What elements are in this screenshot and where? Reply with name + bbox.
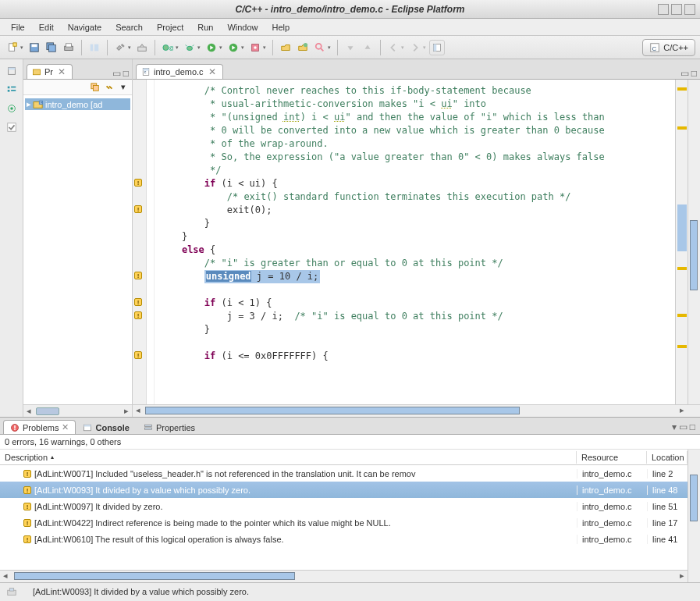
expand-icon[interactable]: ▸ [27, 99, 31, 109]
editor-vscroll[interactable] [688, 80, 700, 404]
close-button[interactable] [684, 4, 695, 15]
code-line[interactable]: * So, the expression ("a value greater t… [159, 151, 675, 164]
problem-row[interactable]: ![AdLint:W0093] It divided by a value wh… [0, 482, 688, 498]
menu-file[interactable]: File [5, 21, 31, 34]
forward-dropdown[interactable]: ▾ [423, 44, 426, 51]
menu-edit[interactable]: Edit [33, 21, 60, 34]
menu-navigate[interactable]: Navigate [62, 21, 108, 34]
open-task-button[interactable] [295, 40, 311, 55]
perspective-switcher[interactable]: C C/C++ [642, 39, 695, 56]
tasks-view-icon[interactable] [5, 120, 19, 134]
warning-marker[interactable]: ! [134, 350, 144, 359]
editor-hscroll[interactable]: ◂ ▸ [133, 404, 700, 417]
build-dropdown[interactable]: ▾ [128, 44, 131, 51]
menu-search[interactable]: Search [109, 21, 149, 34]
search-button[interactable] [312, 40, 328, 55]
project-tree[interactable]: ▸ C intro_demo [ad [23, 95, 132, 404]
forward-button[interactable] [407, 40, 423, 55]
menu-window[interactable]: Window [221, 21, 264, 34]
warning-marker[interactable]: ! [134, 297, 144, 306]
problem-row[interactable]: ![AdLint:W0097] It divided by zero.intro… [0, 498, 688, 514]
code-line[interactable]: j = 3 / i; /* "i" is equal to 0 at this … [159, 310, 675, 323]
run-button[interactable] [204, 40, 219, 55]
warning-marker[interactable]: ! [134, 310, 144, 319]
code-line[interactable]: } [159, 323, 675, 336]
build-all-button[interactable] [134, 40, 150, 55]
save-all-button[interactable] [44, 40, 59, 55]
save-button[interactable] [27, 40, 42, 55]
code-line[interactable]: else { [159, 244, 675, 257]
code-line[interactable]: * "(unsigned int) i < ui" and then the v… [159, 111, 675, 124]
code-line[interactable]: * of the wrap-around. [159, 137, 675, 151]
open-perspective-button[interactable] [429, 40, 445, 55]
run-last-dropdown[interactable]: ▾ [241, 44, 244, 51]
bottom-minimize-icon[interactable]: ▭ [679, 421, 688, 432]
problem-row[interactable]: ![AdLint:W0422] Indirect reference is be… [0, 514, 688, 531]
warning-marker[interactable]: ! [134, 177, 144, 187]
code-line[interactable]: exit(0); [159, 204, 675, 217]
project-tab-close[interactable]: ✕ [56, 66, 67, 77]
new-class-dropdown[interactable]: ▾ [176, 44, 179, 51]
problems-hscroll[interactable]: ◂ ▸ [0, 570, 688, 582]
open-type-button[interactable] [278, 40, 293, 55]
problem-row[interactable]: ![AdLint:W0071] Included "useless_header… [0, 465, 688, 482]
warning-marker[interactable]: ! [134, 204, 144, 213]
code-line[interactable]: } [159, 230, 675, 244]
problem-row[interactable]: ![AdLint:W0610] The result of this logic… [0, 531, 688, 547]
overview-ruler[interactable] [675, 80, 688, 404]
maximize-view-icon[interactable]: □ [123, 68, 129, 79]
menu-help[interactable]: Help [266, 21, 297, 34]
editor-tab[interactable]: c intro_demo.c ✕ [136, 64, 223, 79]
col-resource[interactable]: Resource [577, 451, 647, 464]
fold-gutter[interactable] [147, 80, 155, 404]
run-dropdown[interactable]: ▾ [219, 44, 222, 51]
project-tree-item[interactable]: ▸ C intro_demo [ad [25, 98, 130, 110]
menu-project[interactable]: Project [151, 21, 190, 34]
code-line[interactable]: /* "i" is greater than or equal to 0 at … [159, 257, 675, 270]
project-tab[interactable]: Pr ✕ [27, 64, 73, 79]
new-button[interactable] [5, 40, 20, 55]
marker-gutter[interactable]: !!!!!! [133, 80, 147, 404]
code-line[interactable]: } [159, 217, 675, 230]
tab-problems-close[interactable]: ✕ [62, 422, 69, 432]
code-line[interactable] [159, 283, 675, 297]
problems-list[interactable]: ![AdLint:W0071] Included "useless_header… [0, 465, 688, 570]
code-line[interactable]: /* Control never reaches to this if-body… [159, 84, 675, 98]
link-editor-icon[interactable] [104, 82, 115, 93]
code-line[interactable]: /* exit() standard function terminates t… [159, 190, 675, 204]
source-code[interactable]: /* Control never reaches to this if-body… [155, 80, 675, 404]
debug-dropdown[interactable]: ▾ [197, 44, 201, 51]
new-dropdown[interactable]: ▾ [20, 44, 23, 51]
minimize-view-icon[interactable]: ▭ [112, 68, 121, 79]
tab-properties[interactable]: Properties [137, 421, 202, 434]
bottom-maximize-icon[interactable]: □ [690, 421, 695, 432]
external-tools-dropdown[interactable]: ▾ [263, 44, 266, 51]
editor-tab-close[interactable]: ✕ [207, 66, 218, 77]
prev-annotation-button[interactable] [360, 40, 375, 55]
tab-problems[interactable]: Problems ✕ [3, 420, 76, 434]
minimize-button[interactable] [658, 4, 669, 15]
next-annotation-button[interactable] [343, 40, 358, 55]
col-location[interactable]: Location [647, 451, 688, 464]
run-last-button[interactable] [226, 40, 241, 55]
code-line[interactable]: if (i < ui) { [159, 177, 675, 190]
code-line[interactable]: if (i < 1) { [159, 297, 675, 310]
collapse-all-icon[interactable] [90, 82, 101, 93]
code-line[interactable] [159, 336, 675, 350]
restore-view-icon[interactable] [5, 64, 19, 78]
toggle-breadcrumb-button[interactable] [87, 40, 102, 55]
editor-maximize-icon[interactable]: □ [691, 68, 697, 79]
outline-view-icon[interactable] [5, 83, 19, 97]
maximize-button[interactable] [671, 4, 682, 15]
back-button[interactable] [386, 40, 401, 55]
view-menu-icon[interactable]: ▾ [118, 82, 129, 93]
code-line[interactable]: * 0 will be converted into a new value w… [159, 124, 675, 137]
code-line[interactable]: unsigned j = 10 / i; [159, 270, 675, 283]
print-button[interactable] [61, 40, 76, 55]
code-line[interactable]: * usual-arithmetic-conversion makes "i <… [159, 98, 675, 111]
code-line[interactable]: if (i <= 0x0FFFFFFF) { [159, 350, 675, 363]
warning-marker[interactable]: ! [134, 270, 144, 279]
search-dropdown[interactable]: ▾ [328, 44, 331, 51]
editor-minimize-icon[interactable]: ▭ [680, 68, 689, 79]
external-tools-button[interactable] [247, 40, 263, 55]
